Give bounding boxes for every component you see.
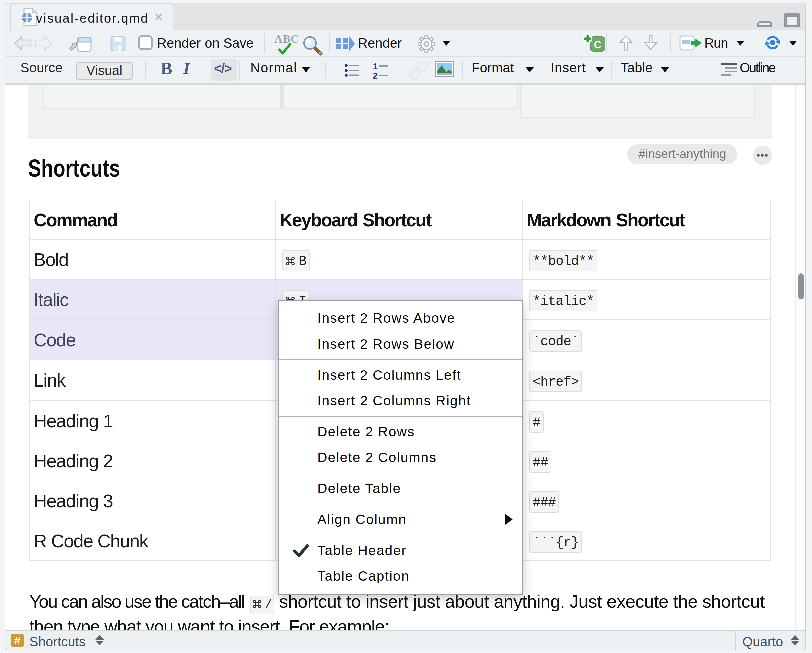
svg-text:C: C bbox=[594, 39, 601, 51]
svg-text:2: 2 bbox=[373, 71, 378, 79]
svg-text:1: 1 bbox=[373, 62, 378, 72]
